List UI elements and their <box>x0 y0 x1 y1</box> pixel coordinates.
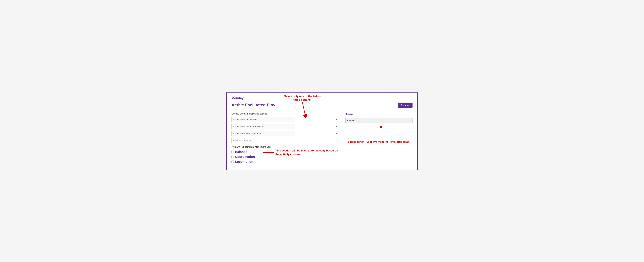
locomotion-checkbox[interactable] <box>232 160 234 163</box>
skill-locomotion-row: Locomotion <box>232 160 339 164</box>
right-panel: Time - None - AM PM ▼ <box>346 113 412 165</box>
dropdown2-arrow-icon: ▼ <box>336 126 338 128</box>
page-container: Monday Active Facilitated Play Select on… <box>226 92 418 170</box>
choose-label: Choose one of the following options: <box>232 113 339 115</box>
dropdown3-arrow-icon: ▼ <box>336 132 338 135</box>
content-area: Choose one of the following options: Sel… <box>232 113 412 165</box>
dropdown-outdoor-activities[interactable]: Select From Outdoor Activities <box>232 124 295 129</box>
balance-checkbox[interactable] <box>232 151 234 153</box>
dropdown-favourites[interactable]: Select From Your Favourites <box>232 131 295 136</box>
remove-button[interactable]: Remove <box>398 103 412 108</box>
own-activity-input[interactable] <box>232 138 295 143</box>
bottom-annotation: This section will be filled automaticall… <box>264 149 339 156</box>
movement-section: Primary Fundamental Movement Skill Balan… <box>232 145 339 164</box>
section-title: Active Facilitated Play <box>232 103 276 108</box>
movement-skill-label: Primary Fundamental Movement Skill <box>232 145 339 148</box>
section-header-row: Active Facilitated Play Select only one … <box>232 103 412 109</box>
skill-coordination-label: Coordination <box>235 155 255 159</box>
dropdown1-wrapper: Select From All Activities ▼ <box>232 117 339 122</box>
dropdown2-wrapper: Select From Outdoor Activities ▼ <box>232 124 339 129</box>
dropdown3-wrapper: Select From Your Favourites ▼ <box>232 131 339 136</box>
right-annotation-text: Select either AM or PM from the Time dro… <box>348 140 410 144</box>
bottom-arrow-icon <box>264 149 274 156</box>
dropdown-all-activities[interactable]: Select From All Activities <box>232 117 295 122</box>
time-dropdown[interactable]: - None - AM PM <box>346 118 412 123</box>
left-panel: Choose one of the following options: Sel… <box>232 113 339 165</box>
bottom-annotation-text: This section will be filled automaticall… <box>276 149 339 156</box>
coordination-checkbox[interactable] <box>232 156 234 158</box>
skill-locomotion-label: Locomotion <box>235 160 253 164</box>
skill-balance-label: Balance <box>235 150 247 154</box>
right-annotation: Select either AM or PM from the Time dro… <box>346 126 412 144</box>
dropdown1-arrow-icon: ▼ <box>336 119 338 121</box>
day-title: Monday <box>232 96 412 100</box>
right-arrow-icon <box>376 126 382 138</box>
time-label: Time <box>346 113 412 116</box>
time-dropdown-wrapper: - None - AM PM ▼ <box>346 118 412 123</box>
